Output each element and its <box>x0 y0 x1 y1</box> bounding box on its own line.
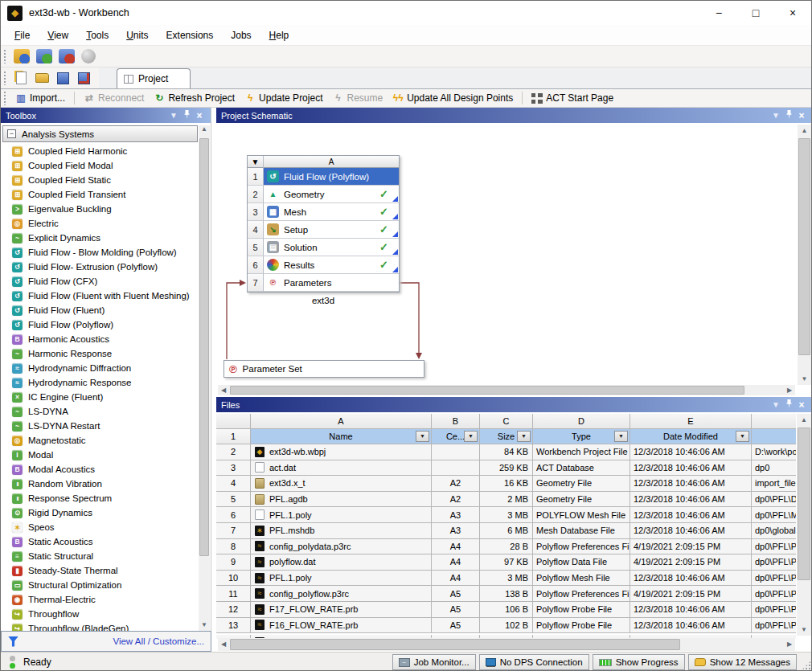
view-all-customize-link[interactable]: View All / Customize... <box>113 636 204 646</box>
schematic-row-results[interactable]: 6Results✓ <box>248 256 399 274</box>
menu-item-jobs[interactable]: Jobs <box>222 27 260 44</box>
menu-item-extensions[interactable]: Extensions <box>158 27 223 44</box>
schematic-row-fluid-flow-polyflow[interactable]: 1↺Fluid Flow (Polyflow) <box>248 168 399 186</box>
new-project-button[interactable] <box>11 69 31 87</box>
schematic-cell[interactable]: ↘Setup✓ <box>264 221 399 239</box>
repository-save-icon[interactable] <box>36 49 52 63</box>
table-row[interactable]: 2◆ext3d-wb.wbpj84 KBWorkbench Project Fi… <box>216 444 796 460</box>
menu-item-tools[interactable]: Tools <box>77 27 117 44</box>
toolbox-dropdown-icon[interactable]: ▼ <box>167 111 180 120</box>
filter-dropdown-icon[interactable]: ▼ <box>736 431 749 442</box>
maximize-button[interactable]: □ <box>737 1 774 25</box>
no-dps-connection-button[interactable]: No DPS Connection <box>479 654 589 670</box>
files-vscrollbar[interactable]: ▲ ▼ <box>797 414 811 636</box>
table-row[interactable]: 4ext3d.x_tA216 KBGeometry File12/3/2018 … <box>216 476 796 492</box>
table-row[interactable]: 7∗PFL.mshdbA36 MBMesh Database File12/3/… <box>216 523 796 539</box>
toolbox-close-icon[interactable]: × <box>193 110 206 121</box>
toolbox-item-explicit-dynamics[interactable]: ~Explicit Dynamics <box>2 231 198 245</box>
files-hscrollbar[interactable]: ◀ ▶ <box>218 638 795 651</box>
schematic-row-mesh[interactable]: 3▦Mesh✓ <box>248 203 399 221</box>
toolbox-item-response-spectrum[interactable]: |||Response Spectrum <box>2 491 198 505</box>
tab-project[interactable]: Project <box>117 68 191 88</box>
toolbox-item-structural-optimization[interactable]: ▭Structural Optimization <box>2 578 198 592</box>
schematic-cell[interactable]: ▲Geometry✓ <box>264 186 399 203</box>
act-start-page-button[interactable]: ACT Start Page <box>527 91 618 105</box>
toolbox-item-fluid-flow-blow-molding-polyflow[interactable]: ↺Fluid Flow - Blow Molding (Polyflow) <box>2 245 198 260</box>
files-pin-icon[interactable] <box>782 399 795 410</box>
table-row[interactable]: 9≈polyflow.datA497 KBPolyflow Data File4… <box>216 554 796 571</box>
toolbox-item-static-structural[interactable]: ≡Static Structural <box>2 549 198 563</box>
schematic-dropdown-icon[interactable]: ▼ <box>769 111 782 120</box>
schematic-row-geometry[interactable]: 2▲Geometry✓ <box>248 186 399 203</box>
save-as-button[interactable] <box>74 69 93 87</box>
schematic-pin-icon[interactable] <box>782 110 795 121</box>
schematic-canvas[interactable]: ▼ A 1↺Fluid Flow (Polyflow)2▲Geometry✓3▦… <box>216 123 812 385</box>
menu-item-view[interactable]: View <box>39 27 77 44</box>
toolbox-item-magnetostatic[interactable]: ◎Magnetostatic <box>2 433 198 448</box>
import-button[interactable]: ▥Import... <box>10 91 70 105</box>
toolbox-item-throughflow[interactable]: ↪Throughflow <box>2 607 198 621</box>
toolbox-item-coupled-field-static[interactable]: ⊞Coupled Field Static <box>2 173 198 187</box>
toolbox-item-modal-acoustics[interactable]: BModal Acoustics <box>2 462 198 477</box>
table-row[interactable]: 5PFL.agdbA22 MBGeometry File12/3/2018 10… <box>216 492 796 508</box>
schematic-close-icon[interactable]: × <box>795 110 808 121</box>
schematic-cell[interactable]: ℗Parameters <box>264 274 399 292</box>
schematic-row-solution[interactable]: 5▤Solution✓ <box>248 239 399 256</box>
filter-dropdown-icon[interactable]: ▼ <box>416 431 429 442</box>
toolbox-item-hydrodynamic-response[interactable]: ≈Hydrodynamic Response <box>2 375 198 390</box>
table-row[interactable]: 6PFL.1.polyA33 MBPOLYFLOW Mesh File12/3/… <box>216 507 796 523</box>
schematic-row-parameters[interactable]: 7℗Parameters <box>248 274 399 292</box>
update-project-button[interactable]: ϟUpdate Project <box>240 91 327 105</box>
table-row[interactable]: 10≈PFL.1.polyA43 MBPolyflow Mesh File12/… <box>216 571 796 587</box>
show-progress-button[interactable]: Show Progress <box>593 654 685 670</box>
open-project-button[interactable] <box>32 69 51 87</box>
table-row[interactable]: 8≈config_polydata.p3rcA428 BPolyflow Pre… <box>216 539 796 555</box>
toolbox-scrollbar[interactable]: ▲ ▼ <box>199 125 210 632</box>
schematic-cell[interactable]: ↺Fluid Flow (Polyflow) <box>264 168 399 186</box>
toolbox-item-harmonic-acoustics[interactable]: BHarmonic Acoustics <box>2 332 198 346</box>
refresh-project-button[interactable]: ↻Refresh Project <box>149 91 240 105</box>
table-row[interactable]: 3act.dat259 KBACT Database12/3/2018 10:4… <box>216 460 796 477</box>
toolbox-item-electric[interactable]: ◎Electric <box>2 216 198 231</box>
toolbox-item-coupled-field-modal[interactable]: ⊞Coupled Field Modal <box>2 158 198 173</box>
toolbox-item-fluid-flow-extrusion-polyflow[interactable]: ↺Fluid Flow- Extrusion (Polyflow) <box>2 260 198 274</box>
minimize-button[interactable]: − <box>700 1 737 25</box>
job-monitor-button[interactable]: ~Job Monitor... <box>392 654 476 670</box>
repository-open-icon[interactable] <box>14 49 30 63</box>
toolbox-item-rigid-dynamics[interactable]: ⊙Rigid Dynamics <box>2 505 198 520</box>
menu-item-file[interactable]: File <box>6 27 39 44</box>
analysis-systems-header[interactable]: − Analysis Systems <box>2 125 198 142</box>
toolbox-item-fluid-flow-fluent-with-fluent-meshing[interactable]: ↺Fluid Flow (Fluent with Fluent Meshing) <box>2 288 198 303</box>
parameter-set-bar[interactable]: ℗ Parameter Set <box>224 360 424 378</box>
schematic-vscrollbar[interactable]: ▲ ▼ <box>798 125 811 385</box>
toolbox-item-speos[interactable]: ∗Speos <box>2 520 198 534</box>
schematic-hscrollbar[interactable]: ◀ ▶ <box>218 385 795 395</box>
repository-send-icon[interactable] <box>59 49 75 63</box>
filter-dropdown-icon[interactable]: ▼ <box>517 431 531 442</box>
resize-grip[interactable] <box>802 661 811 670</box>
toolbox-pin-icon[interactable] <box>180 110 193 121</box>
toolbox-item-coupled-field-harmonic[interactable]: ⊞Coupled Field Harmonic <box>2 144 198 158</box>
menu-item-help[interactable]: Help <box>260 27 298 44</box>
toolbox-item-fluid-flow-cfx[interactable]: ↺Fluid Flow (CFX) <box>2 274 198 288</box>
filter-funnel-icon[interactable] <box>8 636 18 647</box>
save-project-button[interactable] <box>53 69 72 87</box>
schematic-cell[interactable]: ▦Mesh✓ <box>264 203 399 221</box>
toolbox-item-fluid-flow-fluent[interactable]: ↺Fluid Flow (Fluent) <box>2 303 198 317</box>
menu-item-units[interactable]: Units <box>117 27 157 44</box>
toolbox-item-eigenvalue-buckling[interactable]: >Eigenvalue Buckling <box>2 202 198 216</box>
toolbox-item-fluid-flow-polyflow[interactable]: ↺Fluid Flow (Polyflow) <box>2 317 198 332</box>
system-dropdown-icon[interactable]: ▼ <box>248 156 264 168</box>
schematic-cell[interactable]: ▤Solution✓ <box>264 239 399 256</box>
filter-dropdown-icon[interactable]: ▼ <box>614 431 628 442</box>
toolbox-item-ls-dyna[interactable]: ~LS-DYNA <box>2 404 198 419</box>
collapse-icon[interactable]: − <box>7 129 16 138</box>
toolbox-item-modal[interactable]: IModal <box>2 448 198 462</box>
filter-dropdown-icon[interactable]: ▼ <box>464 431 478 442</box>
table-row[interactable]: 13≈F16_FLOW_RATE.prbA5102 BPolyflow Prob… <box>216 618 796 634</box>
toolbox-item-ic-engine-fluent[interactable]: ×IC Engine (Fluent) <box>2 390 198 404</box>
update-all-design-points-button[interactable]: ϟϟUpdate All Design Points <box>388 91 518 105</box>
toolbox-item-static-acoustics[interactable]: BStatic Acoustics <box>2 534 198 549</box>
table-row[interactable]: 11≈config_polyflow.p3rcA5138 BPolyflow P… <box>216 586 796 602</box>
files-dropdown-icon[interactable]: ▼ <box>769 400 782 409</box>
